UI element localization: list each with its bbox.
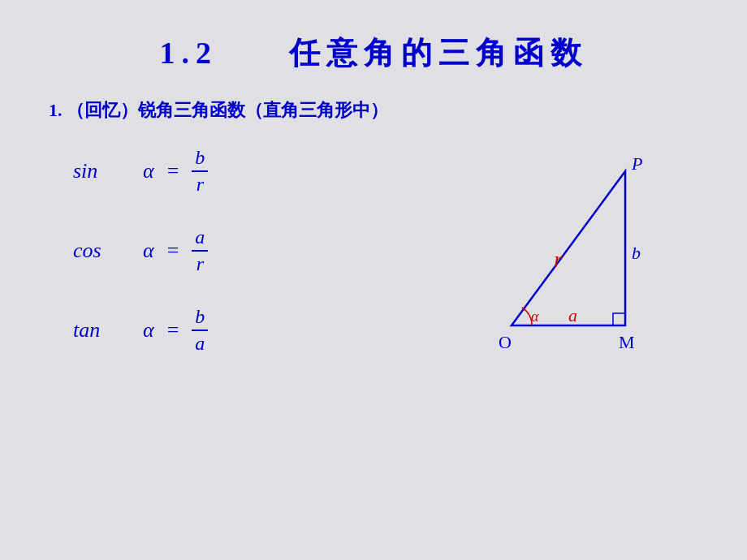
cos-label: cos: [73, 239, 130, 263]
content-area: sin α = b r cos α = a r: [49, 147, 698, 386]
triangle-diagram: r b α a P O M: [495, 147, 698, 361]
tan-fraction: b a: [192, 306, 208, 355]
cos-numerator: a: [195, 226, 205, 250]
formulas-section: sin α = b r cos α = a r: [49, 147, 495, 386]
tan-label: tan: [73, 318, 130, 342]
tan-numerator: b: [195, 306, 205, 330]
cos-formula-row: cos α = a r: [73, 226, 495, 275]
cos-alpha: α: [143, 239, 154, 263]
tan-equals: =: [167, 318, 179, 342]
tan-alpha: α: [143, 318, 154, 342]
sin-denominator: r: [196, 172, 204, 196]
sin-alpha: α: [143, 159, 154, 183]
svg-marker-0: [512, 171, 625, 325]
sin-numerator: b: [195, 147, 205, 170]
slide-title: 1.2 任意角的三角函数: [49, 24, 698, 74]
M-label: M: [619, 332, 635, 352]
slide: 1.2 任意角的三角函数 1. （回忆）锐角三角函数（直角三角形中） sin α…: [0, 0, 747, 560]
tan-denominator: a: [195, 331, 205, 355]
a-label: a: [568, 305, 577, 325]
tan-formula-row: tan α = b a: [73, 306, 495, 355]
section-label: 1. （回忆）锐角三角函数（直角三角形中）: [49, 98, 698, 123]
title-number: 1.2: [160, 36, 218, 70]
P-label: P: [631, 153, 642, 174]
triangle-svg: r b α a P O M: [495, 147, 674, 358]
cos-denominator: r: [196, 252, 204, 275]
alpha-label: α: [531, 308, 539, 325]
cos-equals: =: [167, 239, 179, 263]
r-label: r: [554, 247, 563, 272]
section-text: （回忆）锐角三角函数（直角三角形中）: [67, 100, 388, 120]
sin-equals: =: [167, 159, 179, 183]
O-label: O: [499, 332, 512, 352]
cos-fraction: a r: [192, 226, 208, 275]
sin-formula-row: sin α = b r: [73, 147, 495, 196]
title-text: 任意角的三角函数: [289, 36, 588, 70]
b-label: b: [632, 243, 641, 263]
sin-label: sin: [73, 159, 130, 183]
sin-fraction: b r: [192, 147, 208, 196]
section-number: 1.: [49, 100, 63, 120]
